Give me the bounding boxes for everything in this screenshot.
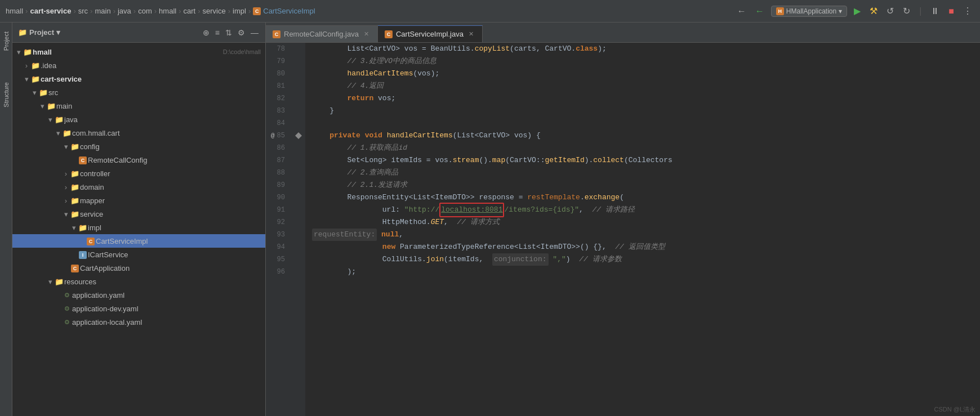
line-num-78: 78 [270,43,287,55]
c-class-icon: C [273,30,280,38]
run-config-selector[interactable]: H HMallApplication ▾ [771,6,847,17]
chevron-down-icon: ▾ [839,7,842,15]
breadcrumb-cart[interactable]: cart [184,7,196,15]
tree-item-mapper[interactable]: › 📁 mapper [12,194,265,207]
code-line-90: ResponseEntity<List<ItemDTO>> response =… [312,191,980,204]
breadcrumb-java[interactable]: java [118,7,131,15]
locate-file-button[interactable]: ⊕ [202,27,211,38]
tree-item-service[interactable]: ▾ 📁 service [12,207,265,221]
panel-title: 📁 Project ▾ [18,28,60,37]
code-line-91: url: "http://localhost:8081/items?ids={i… [312,204,980,216]
c-class-icon: C [86,236,96,245]
folder-icon: 📁 [30,75,41,83]
folder-icon: 📁 [46,102,56,110]
more-button[interactable]: ⋮ [961,5,974,17]
expand-toggle: › [62,196,70,205]
c-icon: C [253,7,261,15]
code-line-80: handleCartItems(vos); [312,68,980,80]
gutter-90 [292,191,305,204]
tree-item-application-yaml[interactable]: ⚙ application.yaml [12,288,265,302]
folder-icon: 📁 [70,210,80,218]
breadcrumb-impl[interactable]: impl [233,7,246,15]
breadcrumb-class[interactable]: C CartServiceImpl [253,7,315,15]
tree-item-resources[interactable]: ▾ 📁 resources [12,275,265,288]
line-num-79: 79 [270,55,287,68]
tree-item-impl[interactable]: ▾ 📁 impl [12,221,265,234]
tree-item-application-local-yaml[interactable]: ⚙ application-local.yaml [12,315,265,329]
folder-icon: 📁 [23,48,33,56]
gutter-78 [292,43,305,55]
tree-item-domain[interactable]: › 📁 domain [12,180,265,194]
gutter-82 [292,92,305,105]
rerun-button[interactable]: ↺ [884,5,896,17]
sort-button[interactable]: ⇅ [224,27,233,38]
tree-item-controller[interactable]: › 📁 controller [12,167,265,180]
tree-item-label: src [48,88,261,97]
tree-item-label: service [80,210,261,218]
param-hint-conjunction: conjunction: [492,253,549,266]
breadcrumb-service[interactable]: service [203,7,226,15]
line-num-85: @ 85 [270,129,287,142]
folder-icon: 📁 [70,142,80,151]
tree-item-label: application-local.yaml [72,318,261,326]
build-button[interactable]: ⚒ [867,5,880,17]
expand-toggle: › [23,61,30,70]
gutter-80 [292,68,305,80]
breadcrumb-main[interactable]: main [95,7,110,15]
hide-button[interactable]: — [250,27,260,38]
breadcrumb-src[interactable]: src [78,7,88,15]
tree-item-label: mapper [80,196,261,205]
breadcrumb-hmall[interactable]: hmall [6,7,23,15]
tree-item-main[interactable]: ▾ 📁 main [12,99,265,113]
line-num-81: 81 [270,80,287,92]
file-tree: ▾ 📁 hmall D:\code\hmall › 📁 .idea ▾ 📁 ca… [12,43,265,416]
code-line-88: // 2.查询商品 [312,167,980,179]
breadcrumb-cart-service[interactable]: cart-service [30,7,71,15]
gutter-95 [292,253,305,266]
tree-item-remote-call-config[interactable]: C RemoteCallConfig [12,153,265,167]
tree-item-label: resources [64,278,261,286]
collapse-all-button[interactable]: ≡ [214,27,221,38]
tree-item-java[interactable]: ▾ 📁 java [12,113,265,126]
tree-item-label: main [56,102,261,110]
tree-item-icart-service[interactable]: I ICartService [12,248,265,261]
gutter-84 [292,117,305,129]
breadcrumb-hmall2[interactable]: hmall [159,7,176,15]
tab-cart-service-impl[interactable]: C CartServiceImpl.java ✕ [378,25,483,42]
breadcrumb-com[interactable]: com [138,7,152,15]
tree-item-idea[interactable]: › 📁 .idea [12,59,265,72]
back-button[interactable]: ← [735,5,749,17]
i-interface-icon: I [78,250,88,259]
breadcrumb: hmall › cart-service › src › main › java… [6,7,315,15]
tab-remote-call-config[interactable]: C RemoteCallConfig.java ✕ [266,25,378,42]
tab-close-button[interactable]: ✕ [362,30,371,38]
forward-button[interactable]: ← [753,5,767,17]
pause-button[interactable]: ⏸ [928,5,942,17]
tab-label: CartServiceImpl.java [396,30,464,38]
svg-marker-0 [295,132,302,139]
rerun2-button[interactable]: ↻ [901,5,912,17]
side-tab-project[interactable]: Project [2,28,11,54]
line-num-94: 94 [270,241,287,253]
tree-item-hmall[interactable]: ▾ 📁 hmall D:\code\hmall [12,45,265,59]
tree-item-cart-service-impl[interactable]: C CartServiceImpl [12,234,265,248]
tree-item-cart-application[interactable]: C CartApplication [12,261,265,275]
tree-item-src[interactable]: ▾ 📁 src [12,86,265,99]
line-num-89: 89 [270,179,287,191]
settings-button[interactable]: ⚙ [237,27,246,38]
side-tab-structure[interactable]: Structure [2,79,11,111]
code-line-94: new ParameterizedTypeReference<List<Item… [312,241,980,253]
tab-close-button[interactable]: ✕ [467,30,475,38]
stop-button[interactable]: ■ [946,5,956,17]
gutter-icons [292,43,305,416]
main-area: Project Structure 📁 Project ▾ ⊕ ≡ ⇅ ⚙ — … [0,23,980,416]
gutter-83 [292,105,305,117]
folder-icon: 📁 [70,169,80,178]
tree-item-cart-service[interactable]: ▾ 📁 cart-service [12,72,265,86]
tree-item-com-hmall-cart[interactable]: ▾ 📁 com.hmall.cart [12,126,265,140]
code-editor[interactable]: 78 79 80 81 82 83 84 @ 85 86 87 88 89 90 [266,43,980,416]
highlight-url-box: localhost:8081 [439,203,504,217]
tree-item-application-dev-yaml[interactable]: ⚙ application-dev.yaml [12,302,265,315]
tree-item-config[interactable]: ▾ 📁 config [12,140,265,153]
run-button[interactable]: ▶ [852,5,863,17]
